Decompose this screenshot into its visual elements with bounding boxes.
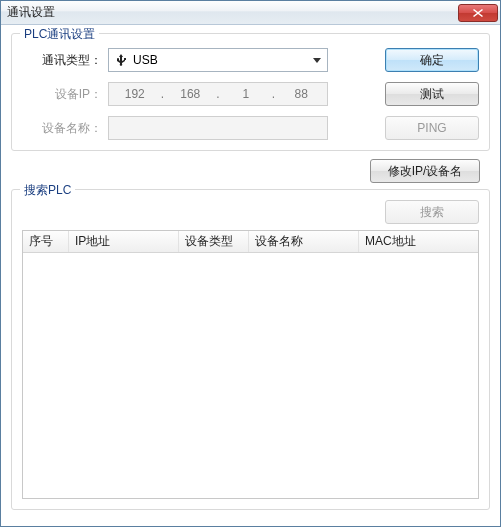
col-name[interactable]: 设备名称: [249, 231, 359, 252]
device-ip-input: 192 . 168 . 1 . 88: [108, 82, 328, 106]
search-button[interactable]: 搜索: [385, 200, 479, 224]
ping-button[interactable]: PING: [385, 116, 479, 140]
col-index[interactable]: 序号: [23, 231, 69, 252]
search-button-row: 搜索: [22, 200, 479, 224]
plc-comm-group: PLC通讯设置 通讯类型： USB 确定: [11, 33, 490, 151]
modify-ip-name-button[interactable]: 修改IP/设备名: [370, 159, 480, 183]
row-device-ip: 设备IP： 192 . 168 . 1 . 88 测试: [22, 82, 479, 106]
device-name-input: [108, 116, 328, 140]
search-plc-legend: 搜索PLC: [20, 182, 75, 199]
window-title: 通讯设置: [7, 4, 458, 21]
ip-octet-4: 88: [276, 87, 328, 101]
ok-button-label: 确定: [420, 52, 444, 69]
table-header: 序号 IP地址 设备类型 设备名称 MAC地址: [23, 231, 478, 253]
ip-octet-1: 192: [109, 87, 161, 101]
usb-icon: [115, 54, 127, 66]
search-plc-group: 搜索PLC 搜索 序号 IP地址 设备类型 设备名称 MAC地址: [11, 189, 490, 510]
chevron-down-icon: [313, 58, 321, 63]
dialog-window: 通讯设置 PLC通讯设置 通讯类型： USB: [0, 0, 501, 527]
test-button-label: 测试: [420, 86, 444, 103]
label-device-ip: 设备IP：: [22, 86, 108, 103]
row-comm-type: 通讯类型： USB 确定: [22, 48, 479, 72]
modify-row: 修改IP/设备名: [11, 159, 480, 183]
results-table[interactable]: 序号 IP地址 设备类型 设备名称 MAC地址: [22, 230, 479, 499]
plc-comm-legend: PLC通讯设置: [20, 26, 99, 43]
col-mac[interactable]: MAC地址: [359, 231, 478, 252]
label-comm-type: 通讯类型：: [22, 52, 108, 69]
ip-octet-3: 1: [220, 87, 272, 101]
search-button-label: 搜索: [420, 204, 444, 221]
comm-type-value: USB: [133, 53, 307, 67]
close-button[interactable]: [458, 4, 498, 22]
comm-type-combo[interactable]: USB: [108, 48, 328, 72]
row-device-name: 设备名称： PING: [22, 116, 479, 140]
close-icon: [473, 9, 483, 17]
ip-octet-2: 168: [165, 87, 217, 101]
table-body: [23, 253, 478, 498]
client-area: PLC通讯设置 通讯类型： USB 确定: [1, 25, 500, 526]
col-type[interactable]: 设备类型: [179, 231, 249, 252]
modify-button-label: 修改IP/设备名: [388, 163, 463, 180]
col-ip[interactable]: IP地址: [69, 231, 179, 252]
ping-button-label: PING: [417, 121, 446, 135]
ok-button[interactable]: 确定: [385, 48, 479, 72]
label-device-name: 设备名称：: [22, 120, 108, 137]
title-bar: 通讯设置: [1, 1, 500, 25]
test-button[interactable]: 测试: [385, 82, 479, 106]
